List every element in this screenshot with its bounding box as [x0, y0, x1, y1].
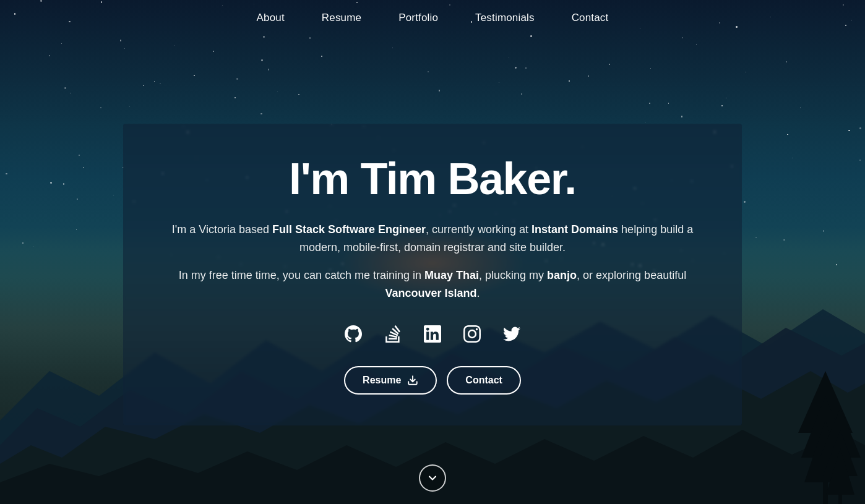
twitter-link[interactable]	[499, 322, 524, 346]
nav-contact[interactable]: Contact	[572, 12, 609, 24]
contact-button[interactable]: Contact	[447, 366, 521, 395]
twitter-icon	[503, 325, 520, 343]
resume-button-label: Resume	[363, 375, 401, 386]
linkedin-link[interactable]	[420, 322, 445, 346]
navbar: About Resume Portfolio Testimonials Cont…	[0, 0, 865, 36]
bio-bold-company: Instant Domains	[531, 223, 618, 236]
github-link[interactable]	[341, 322, 366, 346]
bio-bold-banjo: banjo	[547, 269, 577, 281]
chevron-down-icon	[426, 472, 439, 484]
nav-resume[interactable]: Resume	[322, 12, 361, 24]
hero-card: I'm Tim Baker. I'm a Victoria based Full…	[123, 124, 742, 425]
nav-portfolio[interactable]: Portfolio	[398, 12, 438, 24]
linkedin-icon	[424, 325, 441, 343]
bio-bold-muay-thai: Muay Thai	[424, 269, 479, 281]
cta-buttons-container: Resume Contact	[160, 366, 705, 395]
resume-button[interactable]: Resume	[344, 366, 437, 395]
github-icon	[345, 325, 362, 343]
social-icons-container	[160, 322, 705, 346]
bio-paragraph-2: In my free time time, you can catch me t…	[160, 267, 705, 302]
instagram-link[interactable]	[460, 322, 484, 346]
download-icon	[407, 375, 418, 386]
instagram-icon	[463, 325, 481, 343]
nav-testimonials[interactable]: Testimonials	[475, 12, 535, 24]
stackoverflow-link[interactable]	[381, 322, 405, 346]
bio-paragraph-1: I'm a Victoria based Full Stack Software…	[160, 221, 705, 257]
bio-bold-vancouver: Vancouver Island	[385, 287, 476, 299]
bio-bold-engineer: Full Stack Software Engineer	[272, 223, 426, 236]
hero-title: I'm Tim Baker.	[160, 155, 705, 203]
contact-button-label: Contact	[465, 375, 502, 386]
stackoverflow-icon	[384, 325, 402, 343]
nav-about[interactable]: About	[257, 12, 285, 24]
scroll-down-button[interactable]	[419, 464, 446, 492]
